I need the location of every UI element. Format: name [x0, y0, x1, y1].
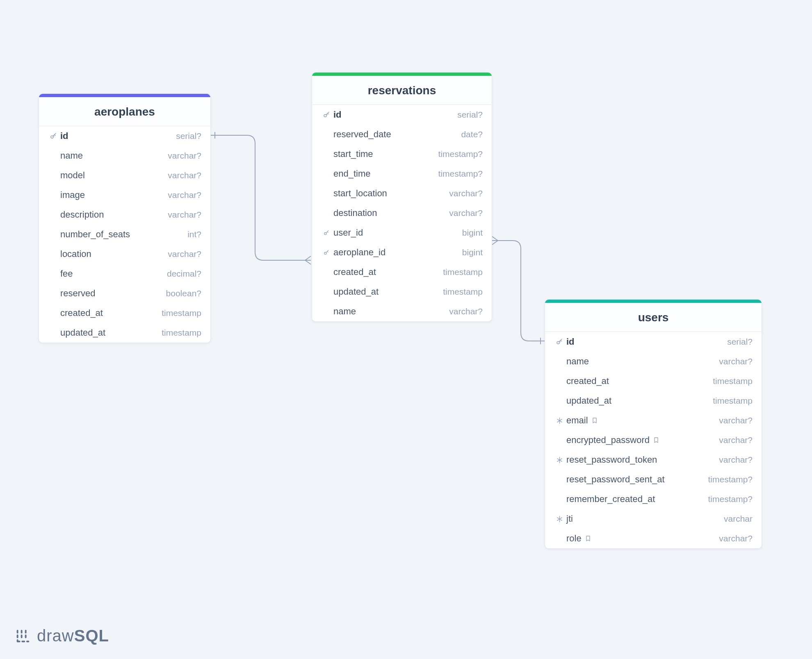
column-type: varchar? [163, 151, 201, 161]
column-name: created_at [333, 267, 438, 277]
table-column[interactable]: reset_password_sent_attimestamp? [545, 470, 762, 489]
table-users[interactable]: usersidserial?namevarchar?created_attime… [545, 299, 762, 549]
column-type: varchar? [163, 190, 201, 200]
column-type: varchar? [714, 357, 753, 366]
brand-text: drawSQL [37, 627, 109, 645]
table-column[interactable]: modelvarchar? [39, 166, 210, 185]
column-type: bigint [457, 248, 483, 257]
column-type: timestamp [157, 308, 201, 318]
primary-key-icon [554, 338, 565, 345]
column-name: updated_at [60, 327, 157, 338]
column-name: model [60, 170, 163, 181]
table-columns: idserial?namevarchar?modelvarchar?imagev… [39, 126, 210, 343]
column-type: timestamp? [703, 475, 753, 484]
column-name: reserved [60, 288, 161, 299]
table-column[interactable]: start_locationvarchar? [312, 184, 492, 203]
table-title[interactable]: users [545, 303, 762, 332]
table-columns: idserial?reserved_datedate?start_timetim… [312, 105, 492, 321]
table-column[interactable]: created_attimestamp [39, 303, 210, 323]
table-column[interactable]: reserved_datedate? [312, 125, 492, 144]
table-column[interactable]: updated_attimestamp [545, 391, 762, 411]
column-name: encrypted_password [566, 435, 714, 445]
column-name: start_location [333, 188, 444, 199]
column-type: varchar [719, 514, 753, 524]
table-column[interactable]: updated_attimestamp [39, 323, 210, 343]
table-column[interactable]: imagevarchar? [39, 185, 210, 205]
column-type: varchar? [714, 534, 753, 543]
table-column[interactable]: emailvarchar? [545, 411, 762, 430]
column-name: start_time [333, 149, 433, 159]
column-type: timestamp [708, 376, 753, 386]
column-name: created_at [566, 376, 708, 386]
column-type: date? [456, 130, 483, 139]
column-type: timestamp [157, 328, 201, 338]
table-title[interactable]: reservations [312, 76, 492, 105]
table-column[interactable]: locationvarchar? [39, 244, 210, 264]
column-type: timestamp [438, 267, 483, 277]
er-diagram-canvas[interactable]: aeroplanesidserial?namevarchar?modelvarc… [0, 0, 812, 659]
column-name: email [566, 415, 714, 426]
table-column[interactable]: feedecimal? [39, 264, 210, 284]
table-column[interactable]: descriptionvarchar? [39, 205, 210, 225]
column-name: name [60, 150, 163, 161]
table-column[interactable]: namevarchar? [39, 146, 210, 166]
table-column[interactable]: number_of_seatsint? [39, 225, 210, 244]
table-accent [312, 73, 492, 76]
column-name: id [60, 131, 171, 141]
table-column[interactable]: aeroplane_idbigint [312, 243, 492, 262]
column-name: role [566, 533, 714, 544]
primary-key-icon [321, 111, 332, 118]
column-name: id [566, 336, 722, 347]
table-column[interactable]: namevarchar? [545, 352, 762, 371]
drawsql-logo-icon [15, 628, 31, 644]
table-column[interactable]: end_timetimestamp? [312, 164, 492, 184]
table-column[interactable]: destinationvarchar? [312, 203, 492, 223]
column-name: jti [566, 514, 719, 524]
column-name: reset_password_sent_at [566, 474, 703, 485]
column-name: aeroplane_id [333, 247, 457, 258]
drawsql-watermark: drawSQL [15, 627, 109, 645]
table-column[interactable]: idserial? [39, 126, 210, 146]
column-name: destination [333, 208, 444, 218]
column-name: image [60, 190, 163, 200]
column-type: int? [182, 230, 201, 239]
foreign-key-icon [321, 249, 332, 256]
column-type: varchar? [163, 170, 201, 180]
column-type: varchar? [163, 210, 201, 220]
table-column[interactable]: reservedboolean? [39, 284, 210, 303]
column-name: id [333, 109, 452, 120]
table-column[interactable]: user_idbigint [312, 223, 492, 243]
column-type: varchar? [444, 307, 483, 316]
table-column[interactable]: idserial? [545, 332, 762, 352]
column-type: varchar? [444, 208, 483, 218]
table-column[interactable]: rolevarchar? [545, 529, 762, 548]
table-reservations[interactable]: reservationsidserial?reserved_datedate?s… [312, 72, 492, 322]
unique-index-icon [554, 417, 565, 424]
table-column[interactable]: created_attimestamp [545, 371, 762, 391]
table-column[interactable]: jtivarchar [545, 509, 762, 529]
table-column[interactable]: idserial? [312, 105, 492, 125]
table-column[interactable]: encrypted_passwordvarchar? [545, 430, 762, 450]
primary-key-icon [48, 132, 59, 140]
column-type: timestamp [708, 396, 753, 406]
column-name: end_time [333, 168, 433, 179]
column-name: location [60, 249, 163, 259]
column-name: remember_created_at [566, 494, 703, 504]
table-title[interactable]: aeroplanes [39, 97, 210, 126]
table-accent [545, 300, 762, 303]
default-value-icon [653, 437, 659, 443]
table-column[interactable]: updated_attimestamp [312, 282, 492, 302]
unique-index-icon [554, 516, 565, 523]
table-column[interactable]: remember_created_attimestamp? [545, 489, 762, 509]
default-value-icon [591, 417, 598, 424]
column-type: varchar? [163, 249, 201, 259]
table-column[interactable]: start_timetimestamp? [312, 144, 492, 164]
column-type: bigint [457, 228, 483, 238]
table-aeroplanes[interactable]: aeroplanesidserial?namevarchar?modelvarc… [39, 93, 211, 343]
table-column[interactable]: namevarchar? [312, 302, 492, 321]
column-type: varchar? [444, 189, 483, 198]
table-column[interactable]: reset_password_tokenvarchar? [545, 450, 762, 470]
column-name: reset_password_token [566, 454, 714, 465]
table-column[interactable]: created_attimestamp [312, 262, 492, 282]
column-type: serial? [452, 110, 483, 120]
